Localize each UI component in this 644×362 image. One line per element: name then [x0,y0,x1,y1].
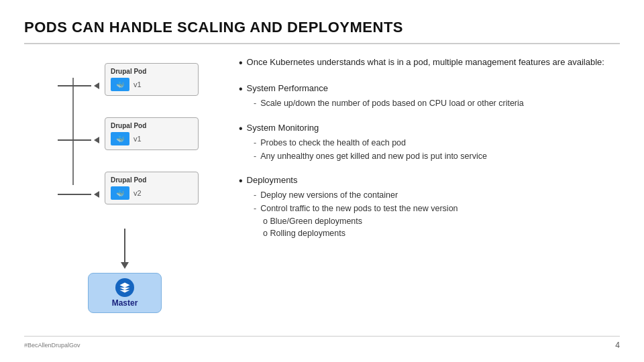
bullet-main-3: • System Monitoring [239,122,620,135]
sub-sub-bullet-4-1: o Blue/Green deployments [263,216,620,228]
down-arrow [121,229,129,269]
pod-row-1: Drupal Pod 🐳 v1 [58,63,199,108]
pod-label-3: Drupal Pod [111,176,193,184]
bullet-section-3: • System Monitoring - Probes to check th… [239,122,620,164]
kubernetes-icon [115,278,134,297]
down-arrow-head [121,262,129,269]
master-box: Master [88,273,162,313]
slide: PODS CAN HANDLE SCALING AND DEPLOYMENTS … [0,0,644,362]
docker-icon-1: 🐳 [111,78,129,91]
footer-right: 4 [615,341,620,350]
bullet-section-1: • Once Kubernetes understands what is in… [239,56,620,72]
sub-bullet-4-1: - Deploy new versions of the container [254,190,620,202]
sub-bullet-3-1: - Probes to check the health of each pod [254,137,620,149]
sub-bullet-text-2-1: Scale up/down the number of pods based o… [260,98,524,110]
sub-bullet-2-1: - Scale up/down the number of pods based… [254,98,620,110]
bullet-text-4: Deployments [247,174,298,186]
bullet-dot-4: • [239,174,243,187]
pod-box-2: Drupal Pod 🐳 v1 [105,117,199,150]
bullet-dot-1: • [239,56,243,69]
pod-row-2: Drupal Pod 🐳 v1 [58,117,199,162]
pod-box-1: Drupal Pod 🐳 v1 [105,63,199,96]
footer: #BecAllenDrupalGov 4 [24,336,620,350]
title-bar: PODS CAN HANDLE SCALING AND DEPLOYMENTS [24,19,620,44]
content-area: Drupal Pod 🐳 v1 Drupal Pod [24,56,620,329]
bullet-text-3: System Monitoring [247,122,319,134]
sub-sub-bullets-4: o Blue/Green deployments o Rolling deplo… [263,216,620,239]
pod-inner-1: 🐳 v1 [111,78,193,91]
slide-title: PODS CAN HANDLE SCALING AND DEPLOYMENTS [24,19,403,36]
sub-sub-bullet-4-2: o Rolling deployments [263,228,620,240]
sub-dash-2-1: - [254,98,256,110]
sub-sub-text-4-1: o Blue/Green deployments [263,216,362,228]
sub-dash-3-2: - [254,151,256,163]
text-area: • Once Kubernetes understands what is in… [232,56,620,329]
horiz-line-2 [58,139,91,141]
sub-bullets-4: - Deploy new versions of the container -… [254,190,620,239]
pod-version-2: v1 [133,135,142,143]
sub-bullets-2: - Scale up/down the number of pods based… [254,98,620,110]
arrow-head-2 [94,137,99,143]
sub-dash-3-1: - [254,137,256,149]
horiz-line-3 [58,194,91,195]
arrow-head-1 [94,82,99,89]
diagram-area: Drupal Pod 🐳 v1 Drupal Pod [24,56,225,329]
bullet-main-2: • System Performance [239,82,620,95]
bullet-section-2: • System Performance - Scale up/down the… [239,82,620,111]
pods-container: Drupal Pod 🐳 v1 Drupal Pod [58,63,192,226]
sub-sub-text-4-2: o Rolling deployments [263,228,345,240]
sub-bullet-text-3-2: Any unhealthy ones get killed and new po… [260,151,487,163]
sub-bullet-4-2: - Control traffic to the new pods to tes… [254,203,620,215]
arrow-head-3 [94,191,99,198]
bullet-dot-3: • [239,122,243,135]
horiz-line-1 [58,85,91,86]
pod-label-2: Drupal Pod [111,122,193,129]
pod-row-3: Drupal Pod 🐳 v2 [58,172,199,217]
pod-version-3: v2 [133,189,142,197]
bullet-dot-2: • [239,82,243,95]
bullet-main-1: • Once Kubernetes understands what is in… [239,56,620,69]
diagram-inner: Drupal Pod 🐳 v1 Drupal Pod [24,63,225,313]
pod-label-1: Drupal Pod [111,68,193,75]
sub-dash-4-1: - [254,190,256,202]
bullet-main-4: • Deployments [239,174,620,187]
docker-icon-3: 🐳 [111,186,129,200]
pod-box-3: Drupal Pod 🐳 v2 [105,172,199,204]
sub-bullets-3: - Probes to check the health of each pod… [254,137,620,162]
pod-inner-2: 🐳 v1 [111,132,193,145]
sub-bullet-3-2: - Any unhealthy ones get killed and new … [254,151,620,163]
sub-bullet-text-4-2: Control traffic to the new pods to test … [260,203,458,215]
sub-bullet-text-3-1: Probes to check the health of each pod [260,137,406,149]
bullet-section-4: • Deployments - Deploy new versions of t… [239,174,620,239]
sub-bullet-text-4-1: Deploy new versions of the container [260,190,398,202]
docker-icon-2: 🐳 [111,132,129,145]
footer-left: #BecAllenDrupalGov [24,342,80,349]
master-label: Master [112,298,138,308]
pod-version-1: v1 [133,80,142,88]
bullet-text-2: System Performance [247,82,328,95]
sub-dash-4-2: - [254,203,256,215]
bullet-text-1: Once Kubernetes understands what is in a… [247,56,604,68]
down-line [124,229,125,262]
pod-inner-3: 🐳 v2 [111,186,193,200]
